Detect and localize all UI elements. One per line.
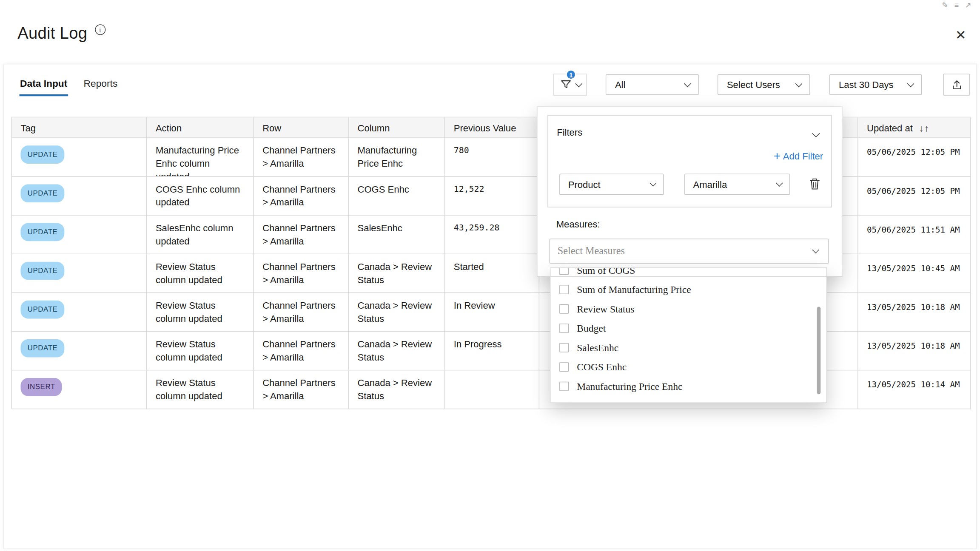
measure-option[interactable]: COGS Enhc — [551, 357, 826, 377]
tab-data-input[interactable]: Data Input — [20, 74, 68, 96]
measure-option[interactable]: SalesEnhc — [551, 338, 826, 358]
add-filter-button[interactable]: + Add Filter — [774, 151, 823, 161]
column-cell: Canada > Review Status — [349, 332, 445, 370]
column-header-action: Action — [147, 117, 254, 138]
action-cell: Review Status column updated — [147, 254, 254, 293]
measure-option-label: Manufacturing Price Enhc — [577, 381, 682, 392]
chevron-down-icon — [907, 80, 914, 87]
column-cell: Canada > Review Status — [349, 254, 445, 293]
tag-badge: UPDATE — [20, 339, 64, 358]
chevron-down-icon — [795, 80, 803, 87]
checkbox-icon[interactable] — [559, 267, 569, 275]
updated-at-cell: 13/05/2025 10:45 AM — [858, 254, 970, 293]
action-cell: Manufacturing Price Enhc column updated — [147, 138, 254, 177]
users-dropdown[interactable]: Select Users — [718, 74, 810, 95]
delete-filter-button[interactable] — [809, 177, 820, 190]
tag-badge: INSERT — [20, 378, 62, 396]
info-icon[interactable]: i — [95, 24, 105, 35]
chevron-down-icon — [650, 179, 657, 187]
table-row: UPDATE — [12, 216, 147, 254]
updated-at-cell: 13/05/2025 10:18 AM — [858, 332, 970, 370]
checkbox-icon[interactable] — [559, 304, 569, 314]
table-row: UPDATE — [12, 332, 147, 370]
table-row: UPDATE — [12, 138, 147, 177]
trash-icon — [809, 177, 820, 190]
users-dropdown-value: Select Users — [727, 80, 780, 90]
measures-dropdown-list: Sum of COGS Sum of Manufacturing Price R… — [550, 267, 827, 403]
previous-value-cell: Started — [445, 254, 539, 293]
updated-at-cell: 13/05/2025 10:18 AM — [858, 293, 970, 332]
column-header-column: Column — [349, 117, 445, 138]
updated-at-cell: 05/06/2025 12:05 PM — [858, 138, 970, 177]
filter-value-dropdown[interactable]: Amarilla — [684, 173, 790, 195]
column-cell: COGS Enhc — [349, 177, 445, 216]
action-cell: Review Status column updated — [147, 332, 254, 370]
column-header-row: Row — [254, 117, 349, 138]
measure-option-label: Sum of COGS — [577, 267, 635, 276]
row-cell: Channel Partners > Amarilla — [254, 177, 349, 216]
previous-value-cell — [445, 370, 539, 409]
checkbox-icon[interactable] — [559, 343, 569, 352]
list-icon[interactable]: ≡ — [954, 0, 959, 9]
action-cell: Review Status column updated — [147, 293, 254, 332]
table-row: UPDATE — [12, 177, 147, 216]
chevron-down-icon[interactable] — [812, 129, 820, 137]
checkbox-icon[interactable] — [559, 285, 569, 294]
scrollbar-thumb[interactable] — [817, 307, 820, 394]
close-button[interactable]: ✕ — [955, 28, 966, 43]
audit-log-window: ✎ ≡ ↗ Audit Log i ✕ Data Input Reports 1… — [0, 0, 980, 551]
edit-icon[interactable]: ✎ — [942, 0, 948, 9]
tab-reports-label: Reports — [84, 78, 118, 89]
date-range-dropdown-value: Last 30 Days — [839, 80, 894, 90]
chevron-down-icon — [684, 80, 691, 87]
filter-field-value: Product — [568, 179, 601, 190]
measures-options: Sum of COGS Sum of Manufacturing Price R… — [551, 267, 826, 396]
row-cell: Channel Partners > Amarilla — [254, 254, 349, 293]
measure-option[interactable]: Sum of Manufacturing Price — [551, 280, 826, 299]
measures-label: Measures: — [556, 219, 600, 229]
action-cell: SalesEnhc column updated — [147, 216, 254, 254]
row-cell: Channel Partners > Amarilla — [254, 293, 349, 332]
checkbox-icon[interactable] — [559, 382, 569, 391]
scope-dropdown[interactable]: All — [606, 74, 699, 95]
measure-option[interactable]: Manufacturing Price Enhc — [551, 377, 826, 396]
measure-option[interactable]: Budget — [551, 318, 826, 338]
checkbox-icon[interactable] — [559, 362, 569, 372]
tag-badge: UPDATE — [20, 145, 64, 164]
measure-option[interactable]: Sum of COGS — [551, 267, 826, 280]
previous-value-cell: 43,259.28 — [445, 216, 539, 254]
filter-field-dropdown[interactable]: Product — [559, 173, 664, 195]
row-cell: Channel Partners > Amarilla — [254, 370, 349, 409]
measure-option-label: Budget — [577, 323, 606, 334]
filter-button[interactable]: 1 — [553, 74, 587, 95]
previous-value-cell: In Review — [445, 293, 539, 332]
table-row: INSERT — [12, 370, 147, 409]
updated-at-cell: 13/05/2025 10:14 AM — [858, 370, 970, 409]
previous-value-cell: In Progress — [445, 332, 539, 370]
tab-reports[interactable]: Reports — [83, 74, 118, 96]
chevron-down-icon — [575, 80, 582, 87]
titlebar: Audit Log i — [17, 24, 105, 43]
filter-value-value: Amarilla — [693, 179, 727, 190]
measure-option[interactable]: Review Status — [551, 299, 826, 319]
table-row: UPDATE — [12, 293, 147, 332]
sort-descending-icon[interactable]: ↓ — [919, 122, 924, 133]
updated-at-cell: 05/06/2025 11:51 AM — [858, 216, 970, 254]
add-filter-label: Add Filter — [783, 151, 823, 161]
column-header-updated-at: Updated at ↓ ↑ — [858, 117, 970, 138]
filter-popup: Filters + Add Filter Product Amarilla Me… — [537, 106, 843, 277]
filters-group: Filters + Add Filter Product Amarilla — [547, 115, 832, 207]
popout-icon[interactable]: ↗ — [965, 0, 971, 9]
action-cell: COGS Enhc column updated — [147, 177, 254, 216]
export-button[interactable] — [943, 74, 970, 95]
sort-ascending-icon[interactable]: ↑ — [924, 122, 929, 133]
measure-option-label: Sum of Manufacturing Price — [577, 284, 691, 295]
tag-badge: UPDATE — [20, 184, 64, 202]
measures-select[interactable]: Select Measures — [550, 239, 829, 264]
row-cell: Channel Partners > Amarilla — [254, 332, 349, 370]
tag-badge: UPDATE — [20, 223, 64, 241]
checkbox-icon[interactable] — [559, 324, 569, 333]
date-range-dropdown[interactable]: Last 30 Days — [829, 74, 922, 95]
chevron-down-icon — [812, 246, 819, 253]
column-header-previous-value: Previous Value — [445, 117, 539, 138]
